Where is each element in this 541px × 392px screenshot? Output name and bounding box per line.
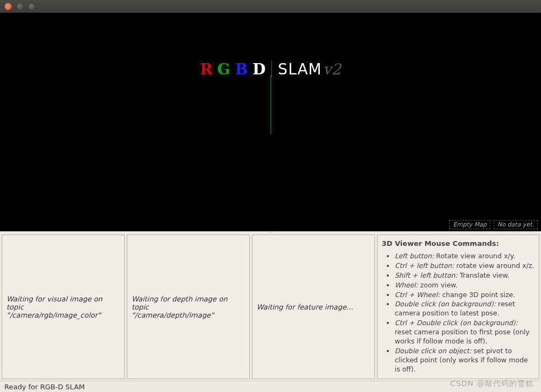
depth-wait-text: Waiting for depth image on topic [132,295,245,311]
help-command: Double click on object: [395,347,471,355]
depth-image-panel: Waiting for depth image on topic "/camer… [127,235,250,379]
help-item: Wheel: zoom view. [395,281,535,290]
overlay-data-status: No data yet. [494,220,538,229]
help-item: Ctrl + Double click (on background): res… [395,319,535,346]
overlay-map-status: Empty Map [449,220,490,229]
rgb-image-panel: Waiting for visual image on topic "/came… [2,235,125,379]
help-item: Shift + left button: Translate view. [395,271,535,280]
depth-topic-text: "/camera/depth/image" [132,311,245,319]
logo-slam: SLAM [278,60,321,78]
close-icon[interactable] [4,3,12,10]
rgb-topic-text: "/camera/rgb/image_color" [6,311,120,319]
status-text: Ready for RGB-D SLAM [4,383,85,391]
help-command: Left button: [395,252,434,260]
help-list: Left button: Rotate view around x/y.Ctrl… [382,252,535,374]
titlebar [0,0,541,13]
rgb-wait-text: Waiting for visual image on topic [6,295,120,311]
maximize-icon[interactable] [28,3,36,10]
help-command: Ctrl + Wheel: [395,291,440,299]
help-item: Double click (on background): reset came… [395,300,535,318]
help-item: Left button: Rotate view around x/y. [395,252,535,261]
viewer-overlay: Empty Map No data yet. [449,220,538,229]
help-title: 3D Viewer Mouse Commands: [382,239,535,247]
help-description: zoom view. [418,281,458,289]
logo-separator [271,61,272,77]
logo-letter-b: B [235,60,248,78]
help-description: Rotate view around x/y. [434,252,516,260]
help-command: Double click (on background): [395,300,496,308]
axis-y-line [270,75,271,134]
help-description: rotate view around x/z. [454,262,534,270]
help-description: reset camera position to first pose (onl… [395,328,530,345]
3d-viewer[interactable]: R G B D SLAMv2 Empty Map No data yet. [0,13,541,231]
status-bar: Ready for RGB-D SLAM [0,381,541,392]
help-panel: 3D Viewer Mouse Commands: Left button: R… [377,235,539,379]
help-item: Double click on object: set pivot to cli… [395,347,535,374]
help-item: Ctrl + Wheel: change 3D point size. [395,291,535,300]
help-description: Translate view. [457,271,509,279]
logo-letter-d: D [252,60,265,78]
help-item: Ctrl + left button: rotate view around x… [395,262,535,271]
bottom-panels: Waiting for visual image on topic "/came… [0,233,541,381]
help-command: Ctrl + left button: [395,262,454,270]
help-command: Shift + left button: [395,271,458,279]
logo-letter-g: G [217,60,230,78]
logo-version: v2 [323,60,341,78]
minimize-icon[interactable] [16,3,24,10]
help-description: change 3D point size. [440,291,516,299]
feature-wait-text: Waiting for feature image... [257,303,370,311]
app-logo: R G B D SLAMv2 [200,60,341,79]
help-command: Wheel: [395,281,418,289]
help-command: Ctrl + Double click (on background): [395,319,518,327]
feature-image-panel: Waiting for feature image... [252,235,375,379]
logo-letter-r: R [200,60,213,78]
